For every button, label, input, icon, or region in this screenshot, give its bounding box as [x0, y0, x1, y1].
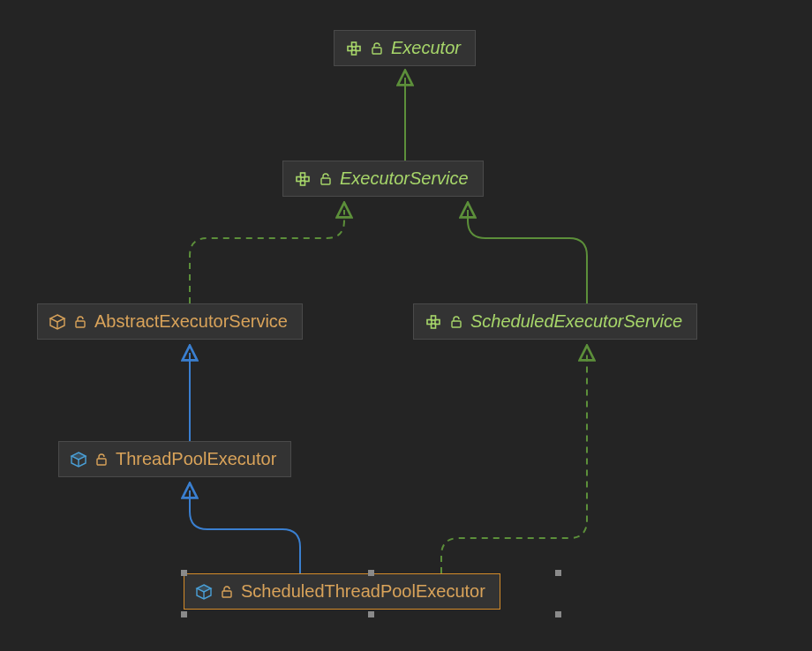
node-label: AbstractExecutorService [94, 311, 288, 332]
svg-rect-13 [432, 316, 436, 320]
svg-rect-2 [352, 42, 357, 47]
selection-handle[interactable] [368, 611, 374, 617]
selection-handle[interactable] [555, 611, 561, 617]
unlock-icon [370, 41, 384, 56]
node-executor[interactable]: Executor [334, 30, 476, 66]
class-icon [195, 583, 213, 601]
svg-rect-15 [452, 321, 461, 327]
selection-handle[interactable] [181, 570, 187, 576]
svg-rect-9 [321, 178, 330, 184]
interface-icon [425, 313, 442, 331]
class-icon [70, 451, 87, 468]
unlock-icon [319, 172, 333, 186]
node-label: ExecutorService [340, 168, 469, 189]
node-label: Executor [391, 38, 461, 58]
selection-handle[interactable] [555, 570, 561, 576]
node-label: ScheduledExecutorService [470, 311, 682, 332]
node-thread-pool-executor[interactable]: ThreadPoolExecutor [58, 441, 291, 477]
edge-stpe-to-tpe [190, 490, 300, 573]
node-label: ThreadPoolExecutor [116, 449, 276, 469]
selection-handle[interactable] [181, 611, 187, 617]
node-abstract-executor-service[interactable]: AbstractExecutorService [37, 303, 303, 340]
edge-aes-to-exs [190, 210, 344, 303]
svg-rect-8 [301, 181, 305, 185]
unlock-icon [73, 315, 87, 329]
svg-rect-16 [97, 459, 106, 465]
unlock-icon [449, 315, 463, 329]
node-label: ScheduledThreadPoolExecutor [241, 581, 485, 602]
interface-icon [294, 170, 312, 188]
svg-rect-17 [222, 591, 231, 597]
svg-rect-4 [372, 48, 381, 54]
diagram-canvas[interactable]: { "nodes": { "executor": { "label": "Exe… [0, 0, 812, 651]
selection-handle[interactable] [368, 570, 374, 576]
unlock-icon [220, 585, 234, 599]
node-scheduled-thread-pool-executor[interactable]: ScheduledThreadPoolExecutor [184, 573, 500, 610]
svg-rect-10 [76, 321, 85, 327]
edge-stpe-to-ses [441, 353, 587, 573]
node-executor-service[interactable]: ExecutorService [282, 161, 484, 197]
interface-icon [345, 40, 363, 57]
unlock-icon [94, 453, 109, 467]
svg-rect-14 [432, 324, 436, 328]
svg-rect-7 [301, 173, 305, 177]
node-scheduled-executor-service[interactable]: ScheduledExecutorService [413, 303, 697, 340]
svg-rect-3 [352, 50, 357, 55]
edge-ses-to-exs [468, 210, 587, 303]
class-icon [49, 313, 66, 331]
